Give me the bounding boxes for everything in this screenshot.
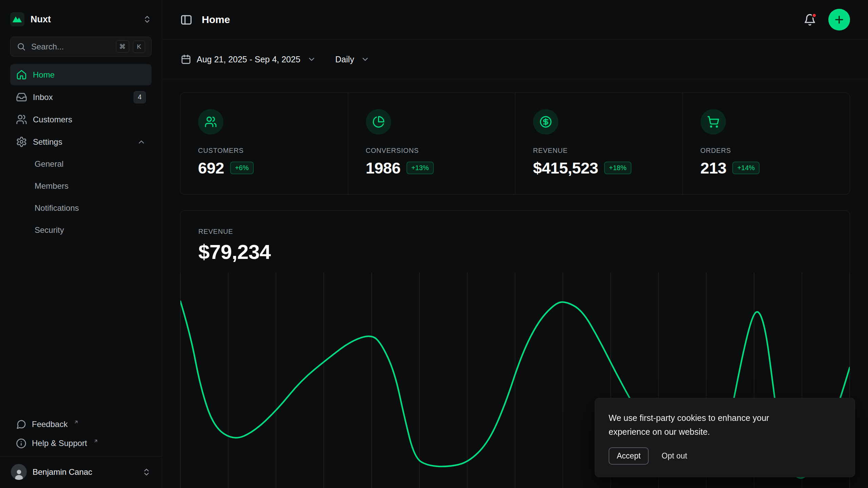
stat-label: ORDERS [701, 147, 832, 155]
feedback-label: Feedback [32, 420, 67, 429]
sidebar-item-general[interactable]: General [10, 154, 152, 175]
dollar-circle-icon [533, 109, 558, 135]
sidebar-item-security[interactable]: Security [10, 220, 152, 241]
sidebar-toggle-icon[interactable] [180, 14, 193, 26]
stats-card: CUSTOMERS 692 +6% CONVERSIONS 1986 +13% [180, 93, 850, 195]
search-icon [17, 42, 26, 51]
stat-label: CONVERSIONS [366, 147, 498, 155]
chevrons-up-down-icon [142, 468, 151, 476]
inbox-icon [16, 92, 27, 103]
stat-delta-badge: +14% [732, 162, 760, 174]
sidebar-footer-links: Feedback Help & Support [0, 415, 162, 456]
revenue-chart-value: $79,234 [198, 240, 832, 264]
sidebar-item-inbox[interactable]: Inbox 4 [10, 86, 152, 108]
workspace-name: Nuxt [31, 14, 137, 25]
users-icon [16, 114, 27, 125]
page-title: Home [202, 14, 804, 25]
stat-value: 1986 [366, 159, 401, 177]
sidebar-item-label: Inbox [33, 93, 128, 102]
sidebar-item-label: Home [33, 70, 146, 80]
shopping-cart-icon [701, 109, 726, 135]
sidebar: Nuxt Search... ⌘ K Home Inbox 4 [0, 0, 162, 488]
chevrons-up-down-icon [143, 15, 152, 24]
sidebar-item-notifications[interactable]: Notifications [10, 198, 152, 219]
filter-bar: Aug 21, 2025 - Sep 4, 2025 Daily [162, 40, 868, 79]
top-header: Home [162, 0, 868, 40]
stat-delta-badge: +6% [230, 162, 254, 174]
stat-revenue: REVENUE $415,523 +18% [515, 93, 683, 194]
stat-label: REVENUE [533, 147, 665, 155]
users-circle-icon [198, 109, 223, 135]
cookie-accept-button[interactable]: Accept [609, 447, 649, 465]
interval-select[interactable]: Daily [335, 55, 370, 64]
stat-orders: ORDERS 213 +14% [683, 93, 850, 194]
stat-value: 692 [198, 159, 224, 177]
workspace-switcher[interactable]: Nuxt [0, 0, 162, 33]
pie-chart-icon [366, 109, 391, 135]
stat-value: $415,523 [533, 159, 598, 177]
search-placeholder: Search... [31, 42, 111, 52]
external-link-icon [93, 439, 98, 444]
gear-icon [16, 136, 27, 147]
interval-label: Daily [335, 55, 354, 64]
stat-customers: CUSTOMERS 692 +6% [180, 93, 348, 194]
stat-delta-badge: +13% [407, 162, 434, 174]
sidebar-item-label: Customers [33, 115, 146, 124]
notification-dot [812, 13, 817, 18]
sidebar-item-label: Settings [33, 137, 131, 147]
avatar [11, 464, 27, 480]
notifications-bell-button[interactable] [804, 14, 816, 26]
sidebar-item-settings[interactable]: Settings [10, 131, 152, 152]
cookie-optout-button[interactable]: Opt out [660, 447, 688, 465]
home-icon [16, 69, 27, 80]
stat-value: 213 [701, 159, 727, 177]
stat-label: CUSTOMERS [198, 147, 330, 155]
stat-delta-badge: +18% [604, 162, 631, 174]
sidebar-spacer [0, 241, 162, 415]
nuxt-logo [10, 12, 24, 26]
info-circle-icon [16, 438, 26, 449]
revenue-chart-label: REVENUE [198, 228, 832, 236]
date-range-label: Aug 21, 2025 - Sep 4, 2025 [197, 55, 300, 64]
feedback-link[interactable]: Feedback [10, 415, 152, 434]
chevron-down-icon [307, 55, 316, 64]
chevron-down-icon [361, 55, 370, 64]
add-button[interactable] [828, 9, 850, 30]
kbd-meta: ⌘ [116, 40, 129, 53]
search-input[interactable]: Search... ⌘ K [10, 37, 152, 57]
help-support-label: Help & Support [32, 439, 87, 448]
sidebar-nav: Home Inbox 4 Customers Settings General [0, 64, 162, 241]
calendar-icon [181, 54, 191, 65]
sidebar-item-home[interactable]: Home [10, 64, 152, 85]
inbox-count-badge: 4 [134, 91, 146, 103]
cookie-message: We use first-party cookies to enhance yo… [609, 411, 805, 439]
chevron-up-icon [137, 138, 146, 146]
message-bubble-icon [16, 419, 26, 430]
cookie-banner: We use first-party cookies to enhance yo… [595, 398, 855, 477]
sidebar-item-members[interactable]: Members [10, 176, 152, 197]
stat-conversions: CONVERSIONS 1986 +13% [348, 93, 515, 194]
kbd-key: K [133, 41, 145, 53]
help-support-link[interactable]: Help & Support [10, 434, 152, 453]
external-link-icon [74, 420, 79, 425]
user-menu[interactable]: Benjamin Canac [0, 456, 162, 488]
user-name: Benjamin Canac [33, 467, 136, 477]
date-range-picker[interactable]: Aug 21, 2025 - Sep 4, 2025 [181, 54, 316, 65]
sidebar-item-customers[interactable]: Customers [10, 109, 152, 130]
